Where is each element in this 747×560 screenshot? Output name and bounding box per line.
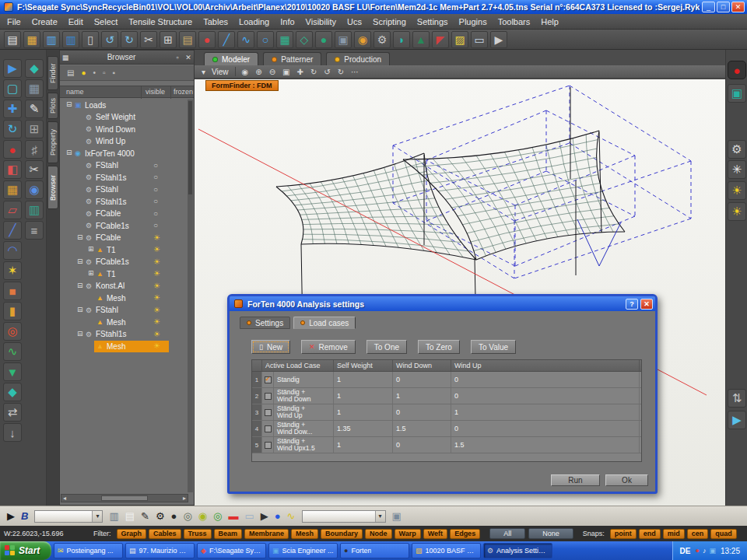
visibility-sun-icon[interactable]: ☀	[153, 293, 160, 302]
visibility-sun-icon[interactable]: ☀	[153, 330, 160, 338]
task-analysis-setting[interactable]: ⚙Analysis Setting...	[483, 543, 552, 558]
ok-button[interactable]: Ok	[605, 474, 648, 486]
toolbar-save-all-button[interactable]: ▥	[62, 31, 79, 48]
to-zero-button[interactable]: To Zero	[418, 340, 460, 354]
tool-menu-button[interactable]: ≡	[25, 221, 44, 240]
to-value-button[interactable]: To Value	[471, 340, 516, 354]
menu-item-tables[interactable]: Tables	[198, 14, 233, 30]
toolbar-copy-button[interactable]: ⊞	[160, 31, 177, 48]
snap-cen-button[interactable]: cen	[687, 529, 709, 539]
expand-collapse-icon[interactable]: ⊟	[77, 282, 83, 289]
expand-collapse-icon[interactable]: ⊟	[66, 149, 72, 156]
toolbar-surface-button[interactable]: ◇	[296, 31, 313, 48]
zoom-in-icon[interactable]: ⊕	[255, 68, 261, 76]
filter-mesh-button[interactable]: Mesh	[291, 529, 318, 539]
tool-scissors-button[interactable]: ✂	[25, 160, 44, 179]
panel-tab-plots[interactable]: Plots	[47, 93, 58, 119]
load-case-checkbox[interactable]	[265, 442, 272, 449]
float-icon[interactable]: ▪	[113, 68, 116, 77]
filter-none-button[interactable]: None	[528, 528, 573, 539]
filter-beam-button[interactable]: Beam	[214, 529, 243, 539]
filter-weft-button[interactable]: Weft	[423, 529, 447, 539]
shading-icon[interactable]: ◉	[242, 68, 249, 76]
panel-tab-finder[interactable]: Finder	[47, 56, 58, 90]
toolbar-settings-button[interactable]: ⚙	[374, 31, 391, 48]
volume-icon[interactable]: ♪	[703, 547, 707, 555]
gear-icon[interactable]: ⚙	[156, 510, 165, 522]
orbit-icon[interactable]: ↻	[310, 68, 317, 76]
tool-pen-button[interactable]: ✎	[25, 100, 44, 118]
command-combo[interactable]: ▾	[34, 510, 103, 523]
tool-cells-button[interactable]: ⊞	[25, 120, 44, 138]
antivirus-icon[interactable]: ●	[696, 547, 700, 555]
filter-warp-button[interactable]: Warp	[395, 529, 421, 539]
close-button[interactable]: ✕	[731, 2, 745, 12]
load-case-row-2[interactable]: 2Ständig + Wind Down110	[252, 388, 641, 404]
visibility-ring-icon[interactable]: ○	[153, 185, 158, 194]
panel-close-icon[interactable]: ✕	[183, 54, 194, 61]
toolbar-paste-button[interactable]: ▤	[179, 31, 196, 48]
save-icon[interactable]: ▥	[109, 510, 118, 522]
panel-tab-property[interactable]: Property	[47, 121, 58, 163]
load-case-row-3[interactable]: 3Ständig + Wind Up101	[252, 404, 641, 421]
red-dash-icon[interactable]: ▬	[228, 510, 238, 522]
toolbar-flag-button[interactable]: ◤	[432, 31, 449, 48]
tool-plane-button[interactable]: ▱	[3, 201, 22, 219]
task-posteingang[interactable]: ✉Posteingang ...	[54, 543, 123, 558]
tree-row-wind-down[interactable]: ⚙Wind Down	[60, 124, 194, 136]
filter-node-button[interactable]: Node	[365, 529, 392, 539]
tree-row-wind-up[interactable]: ⚙Wind Up	[60, 136, 194, 149]
tool-hash-button[interactable]: ♯	[25, 140, 44, 159]
tool-rotate-button[interactable]: ↻	[3, 120, 22, 138]
tree-horizontal-scrollbar[interactable]: ◂ ▸	[61, 494, 188, 502]
visibility-sun-icon[interactable]: ☀	[153, 341, 160, 350]
pin-icon[interactable]: •	[93, 68, 96, 77]
filter-truss-button[interactable]: Truss	[184, 529, 212, 539]
load-case-row-4[interactable]: 4Ständig + Wind Dow...1.351.50	[252, 421, 641, 437]
toolbar-fin-button[interactable]: ◗	[393, 31, 410, 48]
dialog-titlebar[interactable]: ForTen 4000 Analysis settings ? ✕	[230, 296, 655, 311]
panel-icon[interactable]: ▣	[392, 510, 402, 522]
tool-torus-button[interactable]: ◎	[3, 322, 22, 341]
tree-row-konst-al[interactable]: ⊟⚙Konst.Al☀	[60, 281, 194, 293]
tree-row-fstahl1s[interactable]: ⚙FStahl1s○	[60, 172, 194, 184]
tab-production[interactable]: Production	[326, 52, 390, 65]
layer-combo[interactable]: ▾	[302, 510, 386, 523]
menu-item-toolbars[interactable]: Toolbars	[493, 14, 536, 30]
toolbar-mesh-tool-button[interactable]: ▦	[276, 31, 293, 48]
expand-collapse-icon[interactable]: ⊟	[77, 306, 83, 313]
scrollbar-thumb[interactable]	[101, 495, 148, 501]
toolbar-save-button[interactable]: ▥	[43, 31, 60, 48]
tool-arc-button[interactable]: ◠	[3, 241, 22, 260]
tree-row-mesh[interactable]: ▲Mesh☀	[60, 317, 194, 329]
highlight-bulb-icon[interactable]: ●	[81, 68, 86, 77]
toolbar-tree-tool-button[interactable]: ▲	[412, 31, 430, 48]
pointer-icon[interactable]: ▶	[7, 510, 15, 522]
toolbar-sphere-button[interactable]: ●	[315, 31, 332, 48]
tool-point-button[interactable]: ●	[3, 140, 22, 159]
snap-mid-button[interactable]: mid	[663, 529, 685, 539]
snap-point-button[interactable]: point	[610, 529, 637, 539]
visibility-ring-icon[interactable]: ○	[153, 209, 158, 218]
tree-row-fstahl[interactable]: ⚙FStahl○	[60, 160, 194, 173]
load-case-checkbox[interactable]: ✓	[265, 376, 272, 383]
tree-row-fcable1s[interactable]: ⚙FCable1s○	[60, 220, 194, 233]
visibility-ring-icon[interactable]: ○	[153, 197, 158, 205]
tool-node-button[interactable]: ◉	[25, 180, 44, 199]
menu-item-info[interactable]: Info	[275, 14, 300, 30]
start-button[interactable]: Start	[0, 541, 51, 560]
tree-row-fcable[interactable]: ⊟⚙FCable☀	[60, 233, 194, 245]
pencil-icon[interactable]: ✎	[141, 510, 149, 522]
tree-row-ixforten-4000[interactable]: ⊟◉IxForTen 4000	[60, 148, 194, 160]
scrollbar-thumb[interactable]	[188, 101, 192, 194]
tool-leaf-button[interactable]: ▼	[3, 362, 22, 381]
task-10020-basf-lu[interactable]: ▨10020 BASF LU...	[412, 543, 481, 558]
toolbar-undo-button[interactable]: ↺	[101, 31, 118, 48]
tool-swap-button[interactable]: ⇄	[3, 403, 22, 422]
new-button[interactable]: ▯New	[251, 340, 290, 354]
tool-spring-button[interactable]: ∿	[3, 342, 22, 361]
dock-icon[interactable]: ▫	[103, 68, 106, 77]
monitor-icon[interactable]: ▭	[244, 510, 254, 522]
tree-row-loads[interactable]: ⊟▣Loads	[60, 100, 194, 112]
tree-vertical-scrollbar[interactable]	[188, 100, 193, 492]
